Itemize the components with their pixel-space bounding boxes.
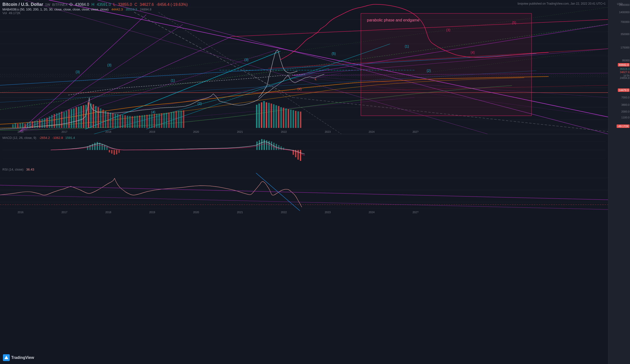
svg-rect-50 xyxy=(22,123,24,128)
chart-symbol: Bitcoin / U.S. Dollar xyxy=(2,2,43,7)
svg-text:2017: 2017 xyxy=(62,130,67,133)
svg-rect-81 xyxy=(98,107,99,128)
tradingview-logo: TradingView xyxy=(3,354,34,361)
svg-rect-97 xyxy=(136,116,138,128)
price-level-2: 1400000 xyxy=(619,11,630,14)
svg-rect-123 xyxy=(271,103,272,128)
close-label: C xyxy=(134,2,138,7)
svg-rect-67 xyxy=(64,112,65,128)
svg-rect-95 xyxy=(132,116,133,128)
svg-text:2024: 2024 xyxy=(369,130,374,133)
price-level-neg: -49.172K xyxy=(616,124,630,128)
svg-text:2017: 2017 xyxy=(62,211,67,214)
price-level-12: 2000.0 xyxy=(621,110,630,113)
svg-rect-175 xyxy=(109,150,110,152)
price-level-3: 700000 xyxy=(620,20,630,23)
svg-rect-178 xyxy=(116,150,117,154)
svg-rect-94 xyxy=(129,116,131,128)
svg-rect-105 xyxy=(156,114,158,128)
svg-text:(4): (4) xyxy=(151,110,155,114)
svg-rect-99 xyxy=(142,115,143,128)
svg-text:(3): (3) xyxy=(107,63,112,67)
svg-rect-109 xyxy=(166,113,167,128)
svg-rect-90 xyxy=(120,114,121,128)
macd-val1: -2654.2 xyxy=(39,136,50,140)
svg-text:2022: 2022 xyxy=(281,130,287,133)
svg-rect-60 xyxy=(46,118,48,128)
svg-text:(3): (3) xyxy=(244,58,248,62)
svg-rect-88 xyxy=(114,114,116,128)
svg-rect-71 xyxy=(73,108,74,128)
mab-indicator: MAB#039;s (50, 100, 200, 1, 20, 30, clos… xyxy=(2,7,188,11)
price-scale-main: 2800000 1400000 700000 350000 175000 950… xyxy=(608,0,630,364)
svg-rect-62 xyxy=(51,115,53,128)
svg-text:(1): (1) xyxy=(171,78,175,82)
svg-text:(5): (5) xyxy=(512,21,516,24)
svg-text:2020: 2020 xyxy=(193,130,199,133)
svg-rect-183 xyxy=(264,140,265,150)
svg-rect-64 xyxy=(56,113,58,128)
svg-rect-128 xyxy=(283,108,284,128)
svg-rect-135 xyxy=(300,112,301,128)
svg-rect-102 xyxy=(149,114,150,128)
low-value: 33855.0 xyxy=(118,2,132,7)
svg-rect-108 xyxy=(163,113,165,128)
tv-icon xyxy=(3,354,10,361)
svg-text:202?: 202? xyxy=(412,211,418,214)
svg-rect-53 xyxy=(29,122,31,128)
high-label: H xyxy=(92,2,94,7)
svg-text:2019: 2019 xyxy=(149,130,155,133)
svg-rect-98 xyxy=(139,115,140,128)
mab-val3: 24894.8 xyxy=(140,7,152,11)
svg-text:2023: 2023 xyxy=(325,211,330,214)
macd-indicator-label: MACD (12, 26, close, 9) -2654.2 -1062.8 … xyxy=(2,136,75,140)
svg-rect-101 xyxy=(146,115,148,128)
svg-text:202?: 202? xyxy=(412,130,418,133)
svg-rect-117 xyxy=(256,105,258,128)
svg-rect-179 xyxy=(118,150,120,153)
main-price-chart[interactable]: (1) (2) (3) (4) (5) (3) (4) (1) (2) (3) … xyxy=(0,0,608,134)
svg-rect-58 xyxy=(42,119,43,128)
svg-rect-49 xyxy=(20,123,21,128)
svg-rect-96 xyxy=(134,116,136,128)
published-info: bnqview published on TradingView.com, Ja… xyxy=(518,2,606,5)
svg-rect-114 xyxy=(178,111,180,128)
svg-rect-113 xyxy=(176,111,177,128)
svg-text:(4): (4) xyxy=(470,50,475,54)
svg-text:2018: 2018 xyxy=(105,211,111,214)
svg-rect-170 xyxy=(97,142,98,150)
svg-rect-104 xyxy=(154,114,155,128)
svg-rect-59 xyxy=(44,118,45,128)
macd-val2: -1062.8 xyxy=(52,136,63,140)
open-label: O xyxy=(70,2,72,7)
svg-rect-190 xyxy=(280,146,282,150)
svg-rect-118 xyxy=(258,103,260,128)
currency-label: USD xyxy=(617,2,623,5)
svg-rect-124 xyxy=(273,104,274,128)
svg-rect-126 xyxy=(278,106,280,128)
svg-rect-89 xyxy=(117,114,118,128)
svg-rect-46 xyxy=(12,124,14,128)
svg-text:2016: 2016 xyxy=(18,130,24,133)
svg-rect-111 xyxy=(171,112,172,128)
svg-text:(3): (3) xyxy=(76,70,80,74)
price-level-11: 3800.0 xyxy=(621,103,630,106)
svg-rect-92 xyxy=(124,115,126,128)
price-level-8: 34627.6 xyxy=(620,71,630,74)
price-level-7: 35519.3 xyxy=(620,67,630,70)
svg-rect-132 xyxy=(292,110,294,128)
svg-rect-120 xyxy=(263,101,265,128)
high-value: 43591.0 xyxy=(97,2,111,7)
rsi-chart: 2016 2017 2018 2019 2020 2021 2022 2023 … xyxy=(0,166,608,214)
svg-rect-72 xyxy=(76,107,77,128)
svg-text:(2): (2) xyxy=(198,102,202,105)
volume-label: Vol 49.172K xyxy=(2,11,188,15)
svg-rect-84 xyxy=(105,111,106,128)
svg-rect-180 xyxy=(256,142,258,150)
svg-rect-106 xyxy=(158,113,160,128)
price-level-10: 7000.0 xyxy=(621,96,630,99)
svg-rect-110 xyxy=(168,113,170,128)
svg-text:(1): (1) xyxy=(405,44,409,48)
price-level-9: 24894.8 xyxy=(620,76,630,79)
mab-val2: 35519.3 xyxy=(126,7,137,11)
